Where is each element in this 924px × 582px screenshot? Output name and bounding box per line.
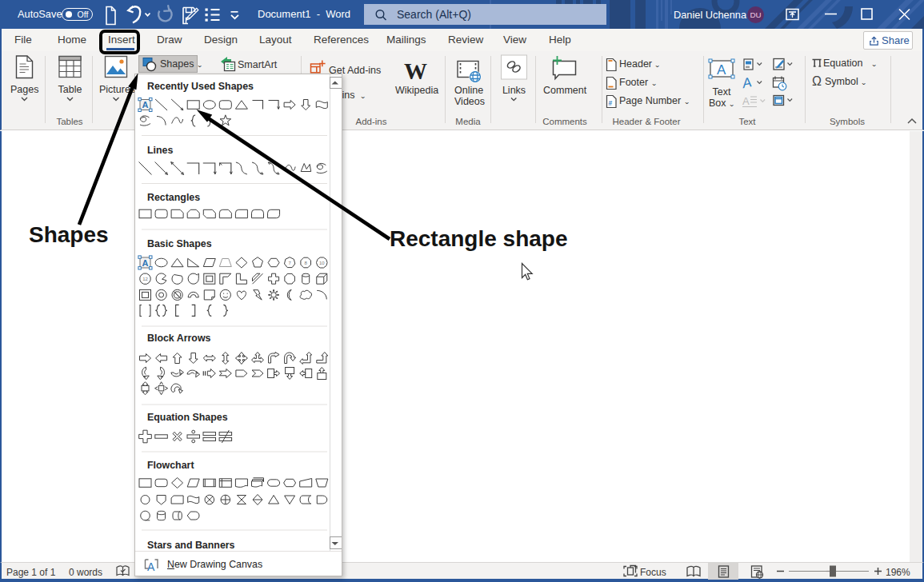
svg-text:Recently Used Shapes: Recently Used Shapes (147, 81, 254, 92)
svg-text:Lines: Lines (147, 145, 173, 156)
svg-text:#: # (609, 99, 613, 107)
svg-text:A: A (142, 258, 149, 268)
svg-text:A: A (740, 74, 753, 91)
svg-text:Equation Shapes: Equation Shapes (147, 412, 228, 423)
svg-text:W: W (404, 58, 427, 84)
svg-text:12: 12 (142, 277, 148, 281)
svg-text:A: A (717, 62, 726, 78)
svg-text:A: A (147, 560, 155, 572)
svg-text:A: A (742, 95, 750, 107)
svg-text:A: A (142, 100, 149, 110)
svg-text:Basic Shapes: Basic Shapes (147, 238, 212, 249)
svg-text:8: 8 (305, 261, 308, 265)
svg-text:Block Arrows: Block Arrows (147, 333, 211, 344)
svg-text:Rectangles: Rectangles (147, 192, 200, 203)
svg-text:7: 7 (288, 261, 291, 265)
svg-text:Stars and Banners: Stars and Banners (147, 540, 235, 551)
svg-text:Flowchart: Flowchart (147, 460, 194, 471)
svg-text:10: 10 (319, 261, 325, 265)
svg-text:Ω: Ω (812, 74, 822, 88)
